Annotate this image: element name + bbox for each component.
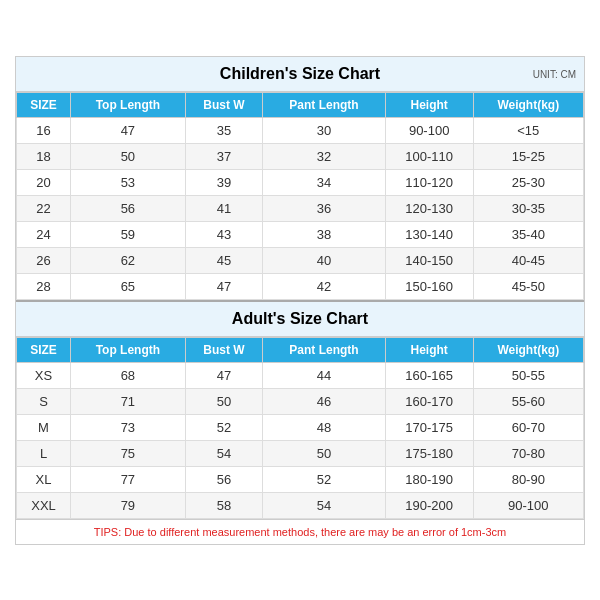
- children-title: Children's Size Chart: [220, 65, 380, 82]
- children-col-weight: Weight(kg): [473, 92, 583, 117]
- table-cell: 52: [185, 414, 263, 440]
- tips-text: TIPS: Due to different measurement metho…: [16, 519, 584, 544]
- table-row: 1647353090-100<15: [17, 117, 584, 143]
- children-col-bust: Bust W: [185, 92, 263, 117]
- adult-header-row: SIZE Top Length Bust W Pant Length Heigh…: [17, 337, 584, 362]
- table-cell: 65: [71, 273, 186, 299]
- table-cell: 54: [263, 492, 386, 518]
- table-cell: 175-180: [385, 440, 473, 466]
- table-cell: 20: [17, 169, 71, 195]
- table-cell: 110-120: [385, 169, 473, 195]
- table-cell: 56: [71, 195, 186, 221]
- table-cell: 22: [17, 195, 71, 221]
- table-cell: 43: [185, 221, 263, 247]
- table-cell: 50: [71, 143, 186, 169]
- adult-col-height: Height: [385, 337, 473, 362]
- table-cell: 56: [185, 466, 263, 492]
- table-cell: 39: [185, 169, 263, 195]
- children-col-pant-length: Pant Length: [263, 92, 386, 117]
- table-cell: 18: [17, 143, 71, 169]
- table-cell: 35-40: [473, 221, 583, 247]
- table-cell: 32: [263, 143, 386, 169]
- table-cell: 79: [71, 492, 186, 518]
- table-cell: 44: [263, 362, 386, 388]
- table-cell: 54: [185, 440, 263, 466]
- table-cell: 35: [185, 117, 263, 143]
- adult-col-weight: Weight(kg): [473, 337, 583, 362]
- table-cell: 40-45: [473, 247, 583, 273]
- table-cell: 100-110: [385, 143, 473, 169]
- table-row: 28654742150-16045-50: [17, 273, 584, 299]
- table-cell: 160-165: [385, 362, 473, 388]
- table-cell: 58: [185, 492, 263, 518]
- table-row: XS684744160-16550-55: [17, 362, 584, 388]
- table-cell: 26: [17, 247, 71, 273]
- table-cell: 15-25: [473, 143, 583, 169]
- table-cell: 71: [71, 388, 186, 414]
- adult-col-top-length: Top Length: [71, 337, 186, 362]
- table-cell: XXL: [17, 492, 71, 518]
- table-row: 20533934110-12025-30: [17, 169, 584, 195]
- adult-col-size: SIZE: [17, 337, 71, 362]
- table-cell: 45-50: [473, 273, 583, 299]
- table-cell: 90-100: [473, 492, 583, 518]
- adult-tbody: XS684744160-16550-55S715046160-17055-60M…: [17, 362, 584, 518]
- table-cell: 50-55: [473, 362, 583, 388]
- table-cell: 47: [185, 273, 263, 299]
- table-cell: 53: [71, 169, 186, 195]
- adult-col-pant-length: Pant Length: [263, 337, 386, 362]
- table-cell: 41: [185, 195, 263, 221]
- children-tbody: 1647353090-100<1518503732100-11015-25205…: [17, 117, 584, 299]
- table-cell: 150-160: [385, 273, 473, 299]
- table-cell: 40: [263, 247, 386, 273]
- table-cell: M: [17, 414, 71, 440]
- table-cell: 160-170: [385, 388, 473, 414]
- table-cell: 60-70: [473, 414, 583, 440]
- table-cell: 77: [71, 466, 186, 492]
- children-section-header: Children's Size Chart UNIT: CM: [16, 57, 584, 92]
- table-cell: 16: [17, 117, 71, 143]
- table-row: XXL795854190-20090-100: [17, 492, 584, 518]
- table-cell: 130-140: [385, 221, 473, 247]
- table-cell: 38: [263, 221, 386, 247]
- children-header-row: SIZE Top Length Bust W Pant Length Heigh…: [17, 92, 584, 117]
- table-cell: 47: [71, 117, 186, 143]
- table-cell: 42: [263, 273, 386, 299]
- table-row: L755450175-18070-80: [17, 440, 584, 466]
- table-cell: 24: [17, 221, 71, 247]
- table-cell: 73: [71, 414, 186, 440]
- table-cell: 47: [185, 362, 263, 388]
- table-cell: 30-35: [473, 195, 583, 221]
- table-cell: 48: [263, 414, 386, 440]
- table-cell: 170-175: [385, 414, 473, 440]
- table-cell: 37: [185, 143, 263, 169]
- table-row: 26624540140-15040-45: [17, 247, 584, 273]
- adult-title: Adult's Size Chart: [232, 310, 368, 327]
- table-cell: 140-150: [385, 247, 473, 273]
- table-cell: 62: [71, 247, 186, 273]
- table-cell: 34: [263, 169, 386, 195]
- table-cell: 30: [263, 117, 386, 143]
- unit-label: UNIT: CM: [533, 68, 576, 79]
- table-cell: 25-30: [473, 169, 583, 195]
- adult-table: SIZE Top Length Bust W Pant Length Heigh…: [16, 337, 584, 519]
- table-cell: 28: [17, 273, 71, 299]
- table-row: XL775652180-19080-90: [17, 466, 584, 492]
- table-row: S715046160-17055-60: [17, 388, 584, 414]
- children-col-size: SIZE: [17, 92, 71, 117]
- table-cell: 50: [263, 440, 386, 466]
- table-cell: 190-200: [385, 492, 473, 518]
- table-cell: XL: [17, 466, 71, 492]
- table-cell: <15: [473, 117, 583, 143]
- table-cell: S: [17, 388, 71, 414]
- size-chart-container: Children's Size Chart UNIT: CM SIZE Top …: [15, 56, 585, 545]
- children-col-height: Height: [385, 92, 473, 117]
- table-cell: XS: [17, 362, 71, 388]
- table-cell: 68: [71, 362, 186, 388]
- table-cell: 75: [71, 440, 186, 466]
- table-cell: 55-60: [473, 388, 583, 414]
- table-cell: 120-130: [385, 195, 473, 221]
- adult-section-header: Adult's Size Chart: [16, 300, 584, 337]
- table-row: 24594338130-14035-40: [17, 221, 584, 247]
- adult-col-bust: Bust W: [185, 337, 263, 362]
